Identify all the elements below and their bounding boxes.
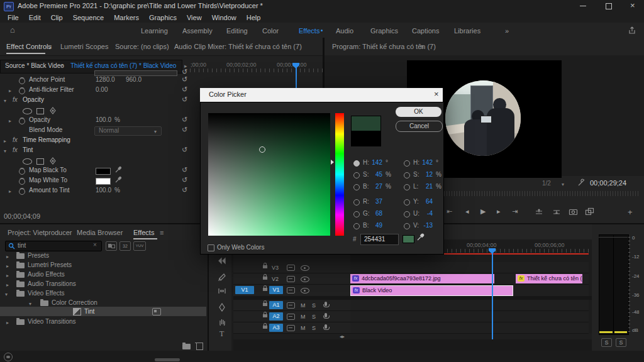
tab-media-browser[interactable]: Media Browser <box>77 229 123 236</box>
menu-view[interactable]: View <box>182 14 207 21</box>
u-value[interactable]: -4 <box>419 210 433 217</box>
stopwatch-icon[interactable] <box>19 168 25 175</box>
stopwatch-icon[interactable] <box>19 118 25 124</box>
slip-tool-icon[interactable] <box>218 287 226 295</box>
type-tool-icon[interactable]: T <box>219 329 224 339</box>
eye-toggle-icon[interactable] <box>301 288 309 293</box>
workspace-tab-audio[interactable]: Audio <box>336 27 353 35</box>
yuv-filter-icon[interactable]: YUV <box>133 241 146 251</box>
stopwatch-icon[interactable] <box>19 88 25 94</box>
fx-icon[interactable]: fx <box>13 96 18 103</box>
play-icon[interactable]: ▶ <box>480 207 486 216</box>
search-clear-icon[interactable]: × <box>93 241 97 248</box>
radio-g[interactable] <box>353 211 360 217</box>
chevron-right-icon[interactable]: ▸ <box>9 118 11 124</box>
solo-button[interactable]: S <box>312 302 316 309</box>
track-target-a2[interactable]: A2 <box>269 312 283 321</box>
anchor-point-y-value[interactable]: 960.0 <box>126 76 142 83</box>
close-window-icon[interactable]: × <box>630 1 635 10</box>
reset-icon[interactable]: ↺ <box>182 75 187 84</box>
sync-lock-icon[interactable] <box>287 287 295 293</box>
clip-v2-image-2[interactable]: fx Thiết kế chưa có tên (8).jpg <box>516 274 582 283</box>
track-content-v3[interactable] <box>350 262 589 273</box>
lock-icon[interactable] <box>263 303 267 306</box>
mic-voiceover-icon[interactable] <box>325 313 327 317</box>
horizontal-scrollbar[interactable] <box>155 358 180 361</box>
fx-icon[interactable]: fx <box>13 136 18 143</box>
sync-lock-icon[interactable] <box>287 314 295 320</box>
hand-tool-icon[interactable] <box>218 317 226 326</box>
reset-icon[interactable]: ↺ <box>182 116 187 124</box>
h2-value[interactable]: 142 <box>419 159 433 166</box>
tree-item-tint[interactable]: Tint <box>84 308 94 315</box>
playback-resolution-select[interactable]: 1/2 <box>542 180 551 187</box>
radio-s2[interactable] <box>404 172 410 178</box>
workspace-tab-libraries[interactable]: Libraries <box>454 27 480 35</box>
ok-button[interactable]: OK <box>396 107 441 117</box>
tab-effects[interactable]: Effects <box>133 229 154 236</box>
stopwatch-icon[interactable] <box>19 78 25 84</box>
track-content-a3[interactable] <box>350 322 589 334</box>
chevron-right-icon[interactable]: ▸ <box>4 138 6 144</box>
chevron-right-icon[interactable]: ▸ <box>6 320 9 326</box>
sequence-clip-label[interactable]: Thiết kế chưa có tên (7) * Black Video <box>70 62 176 69</box>
b2-value[interactable]: 49 <box>369 222 382 229</box>
mute-button[interactable]: M <box>301 325 306 331</box>
tab-lumetri-scopes[interactable]: Lumetri Scopes <box>60 43 108 50</box>
radio-y[interactable] <box>404 199 410 206</box>
radio-s[interactable] <box>353 172 360 178</box>
g-value[interactable]: 68 <box>369 210 382 217</box>
reset-icon[interactable]: ↺ <box>182 85 187 94</box>
b-value[interactable]: 27 <box>369 183 382 190</box>
tab-audio-clip-mixer[interactable]: Audio Clip Mixer: Thiết kế chưa có tên (… <box>174 43 302 50</box>
track-label-v3[interactable]: V3 <box>272 265 279 271</box>
color-field-marker[interactable] <box>259 146 265 153</box>
tree-item-presets[interactable]: Presets <box>28 252 49 259</box>
solo-button[interactable]: S <box>312 314 316 320</box>
ec-playhead-line[interactable] <box>296 67 297 88</box>
lock-icon[interactable] <box>263 288 267 291</box>
search-query-text[interactable]: tint <box>18 242 26 249</box>
meter-solo-right-button[interactable]: S <box>616 338 626 347</box>
v-value[interactable]: -13 <box>419 222 433 229</box>
eyedropper-icon[interactable] <box>114 176 122 184</box>
eye-toggle-icon[interactable] <box>301 265 309 271</box>
go-to-in-icon[interactable]: ⇤ <box>447 207 452 216</box>
workspace-tab-learning[interactable]: Learning <box>141 27 168 35</box>
reset-icon[interactable]: ↺ <box>182 146 187 154</box>
mic-voiceover-icon[interactable] <box>325 324 327 329</box>
reset-icon[interactable]: ↺ <box>182 126 187 134</box>
chevron-right-icon[interactable]: ▸ <box>9 189 11 194</box>
sync-lock-icon[interactable] <box>287 265 295 271</box>
tab-project[interactable]: Project: Vietproducer <box>8 229 72 236</box>
ellipse-mask-icon[interactable] <box>23 158 32 165</box>
opacity-value[interactable]: 100.0 <box>96 116 111 123</box>
reset-icon[interactable]: ↺ <box>182 186 187 194</box>
ec-playhead-timecode[interactable]: 00;00;04;09 <box>4 212 40 220</box>
stopwatch-icon[interactable] <box>19 189 25 195</box>
eye-toggle-icon[interactable] <box>301 277 309 282</box>
track-label-v2[interactable]: V2 <box>272 276 279 282</box>
cancel-button[interactable]: Cancel <box>396 121 443 132</box>
reset-icon[interactable]: ↺ <box>182 96 187 104</box>
menu-help[interactable]: Help <box>242 14 266 21</box>
menu-edit[interactable]: Edit <box>24 14 46 21</box>
workspace-tab-effects[interactable]: Effects <box>299 27 319 35</box>
add-button-icon[interactable]: + <box>628 207 633 217</box>
pen-mask-icon[interactable] <box>49 157 57 165</box>
hue-slider-marker[interactable] <box>331 160 334 165</box>
workspace-tab-graphics[interactable]: Graphics <box>370 27 398 35</box>
mute-button[interactable]: M <box>301 314 306 320</box>
pen-tool-icon[interactable] <box>218 303 226 312</box>
hue-slider[interactable] <box>335 113 344 236</box>
lock-icon[interactable] <box>263 326 267 329</box>
s2-value[interactable]: 12 <box>419 171 433 178</box>
chevron-down-icon[interactable]: ▾ <box>29 301 31 307</box>
antiflicker-value[interactable]: 0.00 <box>96 86 108 93</box>
amount-tint-value[interactable]: 100.0 <box>96 187 111 194</box>
tree-selected-row[interactable] <box>0 307 206 316</box>
export-share-icon[interactable] <box>628 26 636 35</box>
ec-ruler-ticks[interactable] <box>190 69 323 72</box>
track-target-a3[interactable]: A3 <box>269 324 283 332</box>
track-target-v1[interactable]: V1 <box>269 286 283 294</box>
